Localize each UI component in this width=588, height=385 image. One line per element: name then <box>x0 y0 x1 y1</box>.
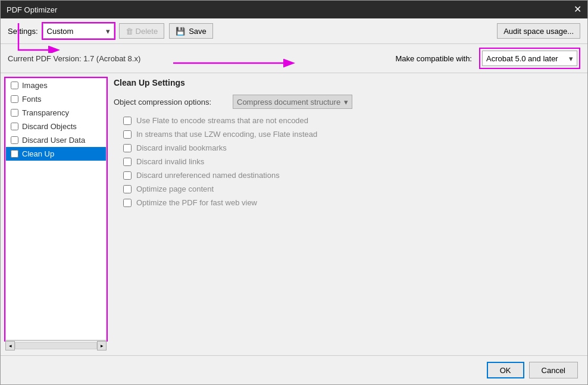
checkbox-label-3: Discard invalid links <box>136 157 204 166</box>
pdf-version-text: Current PDF Version: 1.7 (Acrobat 8.x) <box>8 54 140 63</box>
dialog-footer: OK Cancel <box>1 355 587 384</box>
compat-row: Current PDF Version: 1.7 (Acrobat 8.x) M… <box>1 44 587 73</box>
delete-icon: 🗑 <box>126 27 133 36</box>
sidebar-item-fonts-label: Fonts <box>22 95 42 104</box>
checkbox-row-5: Optimize page content <box>123 182 580 196</box>
checkbox-1[interactable] <box>123 130 132 139</box>
sidebar-item-discard-objects[interactable]: Discard Objects <box>6 120 106 133</box>
sidebar-item-discard-objects-label: Discard Objects <box>22 122 77 131</box>
checkbox-row-1: In streams that use LZW encoding, use Fl… <box>123 127 580 141</box>
sidebar-item-discard-user-data[interactable]: Discard User Data <box>6 133 106 147</box>
sidebar-item-transparency-label: Transparency <box>22 108 69 117</box>
sidebar-item-clean-up[interactable]: Clean Up <box>6 147 106 161</box>
cancel-label: Cancel <box>542 366 565 375</box>
checkbox-4[interactable] <box>123 171 132 180</box>
discard-user-data-checkbox[interactable] <box>11 136 18 144</box>
checkbox-label-1: In streams that use LZW encoding, use Fl… <box>136 130 317 139</box>
fonts-checkbox[interactable] <box>11 95 18 103</box>
settings-dropdown[interactable]: Custom ▾ <box>43 23 114 39</box>
images-checkbox[interactable] <box>11 82 18 89</box>
sidebar-item-clean-up-label: Clean Up <box>22 149 54 158</box>
delete-label: Delete <box>136 27 158 36</box>
pdf-optimizer-dialog: PDF Optimizer ✕ Settings: Custom ▾ 🗑 Del… <box>0 0 588 385</box>
checkbox-label-6: Optimize the PDF for fast web view <box>136 198 257 207</box>
discard-objects-checkbox[interactable] <box>11 123 18 130</box>
checkbox-row-3: Discard invalid links <box>123 155 580 168</box>
save-label: Save <box>189 27 207 36</box>
ok-button[interactable]: OK <box>487 362 524 378</box>
checkbox-row-0: Use Flate to encode streams that are not… <box>123 114 580 127</box>
main-content: Images Fonts Transparency Discard Object… <box>1 73 587 355</box>
ok-label: OK <box>500 366 511 375</box>
compat-dropdown-wrapper: Acrobat 5.0 and later ▾ <box>479 48 580 69</box>
checkbox-0[interactable] <box>123 117 132 125</box>
settings-value: Custom <box>47 27 74 36</box>
checkbox-row-6: Optimize the PDF for fast web view <box>123 196 580 209</box>
checkbox-label-4: Discard unreferenced named destinations <box>136 171 280 180</box>
sidebar-item-discard-user-data-label: Discard User Data <box>22 136 85 145</box>
compat-value: Acrobat 5.0 and later <box>486 54 558 63</box>
sidebar: Images Fonts Transparency Discard Object… <box>5 78 107 340</box>
transparency-checkbox[interactable] <box>11 109 18 117</box>
save-button[interactable]: 💾 Save <box>169 23 213 39</box>
checkbox-label-5: Optimize page content <box>136 184 214 193</box>
checkbox-row-4: Discard unreferenced named destinations <box>123 168 580 182</box>
checkbox-6[interactable] <box>123 199 132 207</box>
object-compression-arrow: ▾ <box>344 98 348 107</box>
section-title: Clean Up Settings <box>114 78 580 87</box>
compat-dropdown-arrow: ▾ <box>569 54 573 63</box>
checkbox-label-0: Use Flate to encode streams that are not… <box>136 116 308 125</box>
sidebar-item-images[interactable]: Images <box>6 79 106 92</box>
sidebar-scrollbar-area: ◂ ▸ <box>5 340 107 350</box>
settings-label: Settings: <box>8 27 38 36</box>
settings-dropdown-arrow: ▾ <box>106 27 110 36</box>
make-compatible-label: Make compatible with: <box>395 54 472 63</box>
audit-label: Audit space usage... <box>503 27 574 36</box>
object-compression-value: Compress document structure <box>237 98 340 107</box>
sidebar-item-images-label: Images <box>22 81 48 90</box>
cancel-button[interactable]: Cancel <box>529 362 578 378</box>
toolbar: Settings: Custom ▾ 🗑 Delete 💾 Save Audit… <box>1 18 587 44</box>
checkbox-3[interactable] <box>123 158 132 166</box>
checkbox-5[interactable] <box>123 185 132 193</box>
content-area: Clean Up Settings Object compression opt… <box>107 73 587 355</box>
object-compression-label: Object compression options: <box>114 98 227 107</box>
title-bar: PDF Optimizer ✕ <box>1 1 587 18</box>
checkbox-row-2: Discard invalid bookmarks <box>123 141 580 155</box>
clean-up-checkbox[interactable] <box>11 150 18 158</box>
checkbox-label-2: Discard invalid bookmarks <box>136 143 227 152</box>
compat-dropdown[interactable]: Acrobat 5.0 and later ▾ <box>482 51 577 66</box>
scroll-track <box>15 342 97 349</box>
scroll-left-button[interactable]: ◂ <box>5 341 15 350</box>
object-compression-dropdown[interactable]: Compress document structure ▾ <box>233 95 352 109</box>
sidebar-item-fonts[interactable]: Fonts <box>6 92 106 106</box>
save-icon: 💾 <box>176 27 185 36</box>
scroll-right-button[interactable]: ▸ <box>97 341 107 350</box>
object-compression-row: Object compression options: Compress doc… <box>114 95 580 109</box>
delete-button[interactable]: 🗑 Delete <box>119 23 165 39</box>
checkbox-2[interactable] <box>123 144 132 152</box>
audit-button[interactable]: Audit space usage... <box>497 23 580 39</box>
close-button[interactable]: ✕ <box>574 5 581 14</box>
sidebar-item-transparency[interactable]: Transparency <box>6 106 106 120</box>
dialog-title: PDF Optimizer <box>7 5 57 14</box>
